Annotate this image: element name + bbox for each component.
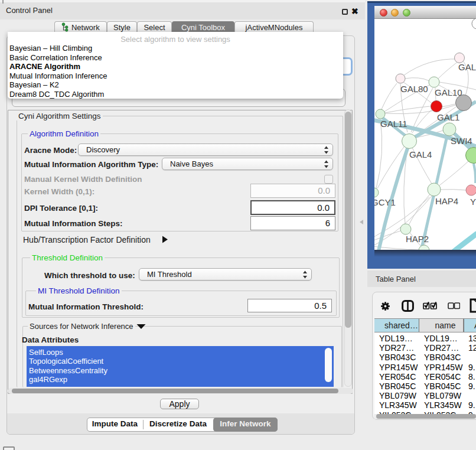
svg-text:GAL10: GAL10 [435, 87, 462, 97]
svg-text:GAL7: GAL7 [458, 62, 476, 72]
svg-text:HAP2: HAP2 [406, 234, 429, 244]
svg-text:GAL80: GAL80 [400, 84, 428, 94]
svg-text:GAL1: GAL1 [437, 112, 459, 122]
svg-text:SWI4: SWI4 [451, 136, 472, 146]
svg-text:YJ: YJ [470, 197, 476, 207]
svg-text:GAL4: GAL4 [409, 149, 432, 159]
svg-text:GCY1: GCY1 [374, 197, 396, 207]
svg-text:HAP4: HAP4 [435, 196, 458, 206]
svg-text:GAL11: GAL11 [380, 119, 407, 129]
